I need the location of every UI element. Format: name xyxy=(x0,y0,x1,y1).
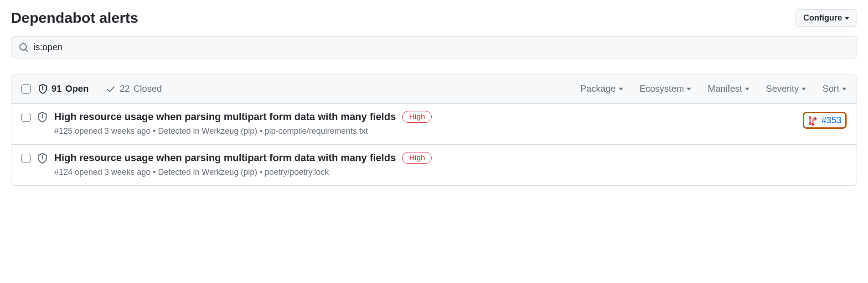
filter-manifest[interactable]: Manifest xyxy=(708,84,749,94)
filter-severity[interactable]: Severity xyxy=(766,84,806,94)
filter-ecosystem[interactable]: Ecosystem xyxy=(640,84,692,94)
caret-down-icon xyxy=(619,88,623,90)
caret-down-icon xyxy=(845,17,849,20)
tab-closed[interactable]: 22 Closed xyxy=(106,84,162,94)
check-icon xyxy=(106,84,116,94)
select-all-checkbox[interactable] xyxy=(21,84,31,94)
pr-number: #353 xyxy=(822,115,842,126)
caret-down-icon xyxy=(842,88,847,90)
shield-alert-icon xyxy=(37,112,48,123)
configure-button[interactable]: Configure xyxy=(796,9,857,27)
list-toolbar: 91 Open 22 Closed Package Ecosystem xyxy=(11,74,857,104)
filter-package-label: Package xyxy=(580,84,616,94)
search-box[interactable] xyxy=(11,36,857,58)
shield-alert-icon xyxy=(38,84,48,94)
alert-checkbox[interactable] xyxy=(21,113,31,122)
page-title: Dependabot alerts xyxy=(11,10,138,26)
alert-meta: #124 opened 3 weeks ago • Detected in We… xyxy=(54,168,840,177)
alert-row: High resource usage when parsing multipa… xyxy=(11,145,857,185)
filter-package[interactable]: Package xyxy=(580,84,623,94)
filter-sort-label: Sort xyxy=(822,84,839,94)
open-count: 91 xyxy=(52,84,62,94)
configure-label: Configure xyxy=(803,13,842,23)
filter-severity-label: Severity xyxy=(766,84,799,94)
search-icon xyxy=(19,42,29,52)
alert-meta: #125 opened 3 weeks ago • Detected in We… xyxy=(54,126,796,136)
filter-sort[interactable]: Sort xyxy=(822,84,847,94)
shield-alert-icon xyxy=(37,153,48,164)
open-label: Open xyxy=(65,84,88,94)
closed-label: Closed xyxy=(134,84,162,94)
filter-ecosystem-label: Ecosystem xyxy=(640,84,684,94)
search-input[interactable] xyxy=(33,42,849,52)
tab-open[interactable]: 91 Open xyxy=(38,84,88,94)
closed-count: 22 xyxy=(119,84,129,94)
caret-down-icon xyxy=(801,88,806,90)
severity-badge: High xyxy=(402,152,432,164)
alerts-list: 91 Open 22 Closed Package Ecosystem xyxy=(11,74,857,186)
alert-row: High resource usage when parsing multipa… xyxy=(11,104,857,145)
alert-title-link[interactable]: High resource usage when parsing multipa… xyxy=(54,152,396,164)
severity-badge: High xyxy=(402,111,432,123)
alert-checkbox[interactable] xyxy=(21,154,31,163)
pr-link[interactable]: #353 xyxy=(803,112,847,129)
caret-down-icon xyxy=(687,88,691,90)
caret-down-icon xyxy=(745,88,749,90)
alert-title-link[interactable]: High resource usage when parsing multipa… xyxy=(54,111,396,123)
git-pull-request-icon xyxy=(808,115,818,126)
filter-manifest-label: Manifest xyxy=(708,84,742,94)
